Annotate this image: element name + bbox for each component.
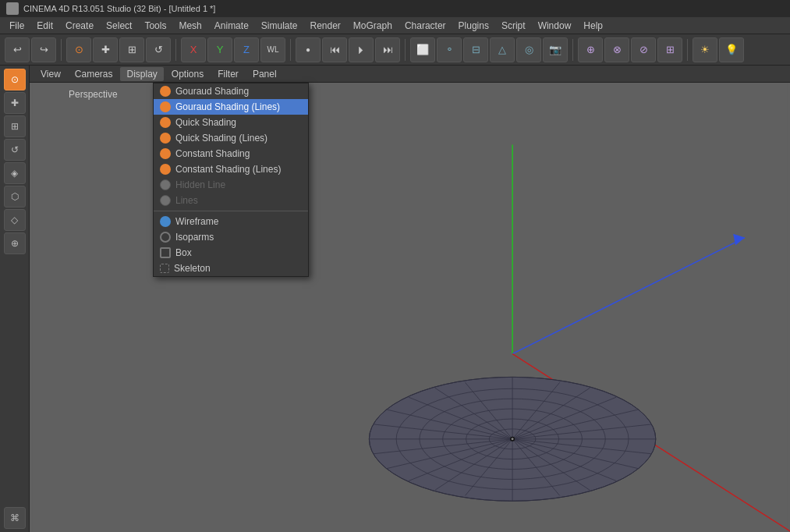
dd-isoparms[interactable]: Isoparms <box>154 229 308 245</box>
cone-button[interactable]: △ <box>490 37 515 62</box>
scale-button[interactable]: ⊞ <box>119 37 144 62</box>
main-layout: ⊙ ✚ ⊞ ↺ ◈ ⬡ ◇ ⊕ ⌘ View Cameras Display O… <box>0 66 790 532</box>
dd-quick-icon <box>160 117 171 128</box>
connect-button[interactable]: ⊗ <box>604 37 629 62</box>
dd-gouraud-icon <box>160 86 171 97</box>
menu-item-mograph[interactable]: MoGraph <box>347 19 399 33</box>
prev-frame-button[interactable]: ⏮ <box>322 37 347 62</box>
sidebar-move-icon[interactable]: ✚ <box>4 92 26 114</box>
dd-box-icon <box>160 247 171 258</box>
title-text: CINEMA 4D R13.051 Studio (32 Bit) - [Unt… <box>23 4 215 13</box>
dd-gouraud-lines[interactable]: Gouraud Shading (Lines) <box>154 99 308 115</box>
move-button[interactable]: ✚ <box>93 37 118 62</box>
array-button[interactable]: ⊞ <box>657 37 682 62</box>
menu-item-simulate[interactable]: Simulate <box>255 19 304 33</box>
menu-item-animate[interactable]: Animate <box>208 19 255 33</box>
dd-quick-lines-label: Quick Shading (Lines) <box>175 133 267 144</box>
dd-gouraud[interactable]: Gouraud Shading <box>154 83 308 99</box>
redo-button[interactable]: ↪ <box>31 37 56 62</box>
menubar: FileEditCreateSelectToolsMeshAnimateSimu… <box>0 17 790 34</box>
vp-panel-menu[interactable]: Panel <box>246 67 283 81</box>
lamp-button[interactable]: ☀ <box>693 37 717 62</box>
menu-item-window[interactable]: Window <box>532 19 578 33</box>
perspective-label: Perspective <box>69 89 118 100</box>
vp-filter-menu[interactable]: Filter <box>211 67 245 81</box>
live-select-button[interactable]: ⊙ <box>66 37 91 62</box>
sidebar-scale-icon[interactable]: ⊞ <box>4 115 26 137</box>
cylinder-button[interactable]: ⊟ <box>463 37 488 62</box>
toolbar-sep-1 <box>61 39 62 61</box>
menu-item-render[interactable]: Render <box>304 19 347 33</box>
sidebar-texture-icon[interactable]: ⬡ <box>4 186 26 207</box>
menu-item-script[interactable]: Script <box>495 19 532 33</box>
target-lamp-button[interactable]: 💡 <box>719 37 744 62</box>
sidebar-magnet-icon[interactable]: ⌘ <box>4 507 26 529</box>
menu-item-select[interactable]: Select <box>100 19 138 33</box>
undo-button[interactable]: ↩ <box>5 37 30 62</box>
next-frame-button[interactable]: ⏭ <box>375 37 400 62</box>
dd-wireframe[interactable]: Wireframe <box>154 214 308 229</box>
sidebar-joint-icon[interactable]: ⊕ <box>4 232 26 254</box>
dd-box[interactable]: Box <box>154 245 308 261</box>
vp-view-menu[interactable]: View <box>34 67 67 81</box>
vp-options-menu[interactable]: Options <box>165 67 210 81</box>
play-button[interactable]: ⏵ <box>349 37 374 62</box>
dd-constant-label: Constant Shading <box>175 148 250 159</box>
dd-constant-lines[interactable]: Constant Shading (Lines) <box>154 161 308 177</box>
sphere-button[interactable]: ⚬ <box>437 37 462 62</box>
vp-canvas <box>30 83 790 532</box>
menu-item-character[interactable]: Character <box>399 19 452 33</box>
dd-wireframe-icon <box>160 216 171 227</box>
camera-button[interactable]: 📷 <box>543 37 568 62</box>
menu-item-help[interactable]: Help <box>577 19 609 33</box>
dd-gouraud-lines-icon <box>160 101 171 112</box>
dd-lines: Lines <box>154 193 308 208</box>
dd-constant-lines-icon <box>160 164 171 175</box>
torus-button[interactable]: ◎ <box>516 37 541 62</box>
viewport-svg <box>30 83 790 532</box>
dd-constant-lines-label: Constant Shading (Lines) <box>175 164 281 175</box>
dd-box-label: Box <box>175 247 192 258</box>
dd-sep <box>154 211 308 211</box>
menu-item-plugins[interactable]: Plugins <box>452 19 495 33</box>
sidebar-object-icon[interactable]: ◈ <box>4 162 26 184</box>
cube-button[interactable]: ⬜ <box>410 37 435 62</box>
z-axis-button[interactable]: Z <box>234 37 259 62</box>
menu-item-tools[interactable]: Tools <box>138 19 172 33</box>
dd-quick[interactable]: Quick Shading <box>154 115 308 130</box>
toolbar-sep-2 <box>175 39 176 61</box>
menu-item-file[interactable]: File <box>3 19 30 33</box>
sidebar-paint-icon[interactable]: ◇ <box>4 209 26 231</box>
titlebar: CINEMA 4D R13.051 Studio (32 Bit) - [Unt… <box>0 0 790 17</box>
record-button[interactable]: ● <box>296 37 321 62</box>
dd-constant-icon <box>160 148 171 159</box>
dd-skeleton[interactable]: Skeleton <box>154 261 308 276</box>
dd-lines-icon <box>160 195 171 206</box>
dd-skeleton-label: Skeleton <box>174 263 211 274</box>
rotate-button[interactable]: ↺ <box>146 37 171 62</box>
world-local-button[interactable]: WL <box>260 37 285 62</box>
vp-cameras-menu[interactable]: Cameras <box>69 67 119 81</box>
instance-button[interactable]: ⊘ <box>631 37 656 62</box>
sidebar-rotate-icon[interactable]: ↺ <box>4 139 26 161</box>
dd-constant[interactable]: Constant Shading <box>154 146 308 161</box>
dd-isoparms-icon <box>160 232 171 243</box>
toolbar-sep-6 <box>687 39 688 61</box>
menu-item-mesh[interactable]: Mesh <box>172 19 207 33</box>
dd-isoparms-label: Isoparms <box>175 232 214 243</box>
dd-hidden-line-label: Hidden Line <box>175 179 225 190</box>
toolbar-sep-4 <box>405 39 406 61</box>
dd-wireframe-label: Wireframe <box>175 216 218 227</box>
vp-toolbar: View Cameras Display Options Filter Pane… <box>30 66 790 83</box>
menu-item-create[interactable]: Create <box>59 19 100 33</box>
svg-point-37 <box>512 438 514 440</box>
dd-quick-lines[interactable]: Quick Shading (Lines) <box>154 130 308 146</box>
vp-display-menu[interactable]: Display <box>120 67 163 81</box>
dd-hidden-line: Hidden Line <box>154 177 308 193</box>
dd-quick-lines-icon <box>160 133 171 144</box>
y-axis-button[interactable]: Y <box>207 37 232 62</box>
x-axis-button[interactable]: X <box>181 37 206 62</box>
boole-button[interactable]: ⊕ <box>578 37 603 62</box>
menu-item-edit[interactable]: Edit <box>30 19 59 33</box>
sidebar-cursor-icon[interactable]: ⊙ <box>4 69 26 90</box>
